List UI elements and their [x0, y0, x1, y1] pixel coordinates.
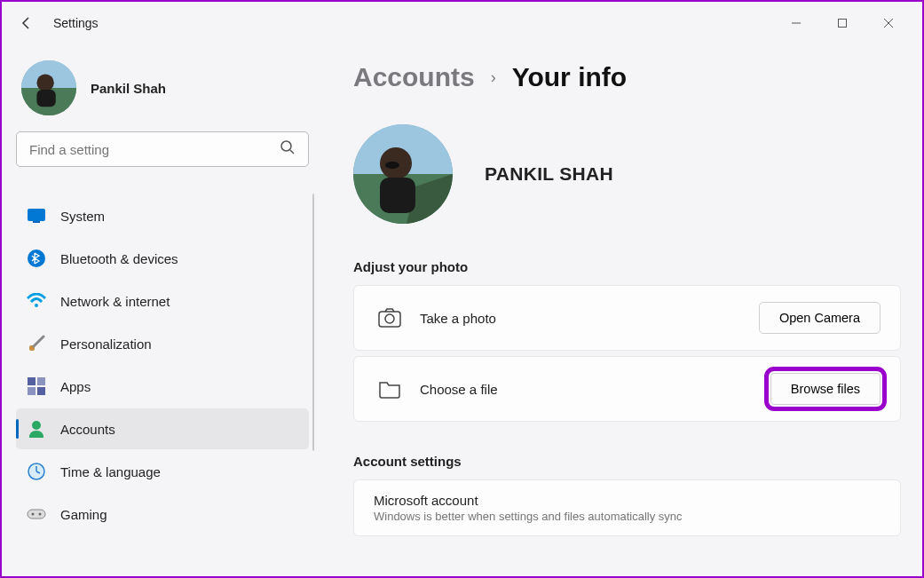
svg-rect-18	[37, 377, 45, 385]
arrow-left-icon	[20, 16, 34, 30]
close-button[interactable]	[874, 9, 903, 37]
take-photo-label: Take a photo	[420, 311, 759, 326]
clock-icon	[27, 462, 46, 481]
svg-point-13	[28, 249, 45, 267]
chevron-right-icon: ›	[491, 68, 496, 87]
svg-rect-12	[33, 221, 40, 223]
gamepad-icon	[27, 504, 46, 524]
person-icon	[27, 419, 46, 439]
back-button[interactable]	[11, 7, 43, 39]
sidebar-item-label: Time & language	[60, 464, 161, 479]
sidebar-item-gaming[interactable]: Gaming	[16, 494, 309, 534]
sidebar-item-time-language[interactable]: Time & language	[16, 451, 309, 492]
svg-line-10	[290, 150, 294, 154]
svg-rect-17	[28, 377, 36, 385]
sidebar-item-bluetooth[interactable]: Bluetooth & devices	[16, 238, 309, 279]
svg-rect-25	[28, 510, 45, 519]
choose-file-card: Choose a file Browse files	[353, 356, 901, 422]
system-icon	[27, 206, 46, 226]
sidebar-item-accounts[interactable]: Accounts	[16, 408, 309, 449]
scrollbar[interactable]	[312, 194, 314, 451]
breadcrumb-parent[interactable]: Accounts	[353, 62, 475, 92]
svg-point-9	[281, 141, 291, 151]
window-title: Settings	[53, 16, 99, 30]
brush-icon	[27, 334, 46, 353]
svg-rect-1	[839, 20, 847, 28]
choose-file-label: Choose a file	[420, 382, 770, 397]
search-input-container[interactable]	[16, 131, 309, 167]
camera-icon	[374, 308, 406, 328]
sidebar-item-label: Gaming	[60, 507, 107, 522]
svg-point-14	[35, 304, 38, 307]
maximize-button[interactable]	[828, 9, 857, 37]
bluetooth-icon	[27, 249, 46, 268]
sidebar-item-personalization[interactable]: Personalization	[16, 323, 309, 364]
microsoft-account-card[interactable]: Microsoft account Windows is better when…	[353, 479, 901, 536]
svg-rect-20	[37, 387, 45, 395]
svg-point-7	[36, 75, 53, 91]
wifi-icon	[27, 291, 46, 311]
search-icon	[280, 139, 296, 159]
sidebar-item-label: System	[60, 209, 105, 224]
svg-rect-34	[380, 178, 415, 213]
user-profile-block[interactable]: Pankil Shah	[16, 53, 314, 131]
sidebar-item-apps[interactable]: Apps	[16, 366, 309, 407]
user-display-name: Pankil Shah	[91, 81, 166, 96]
folder-icon	[374, 379, 406, 399]
svg-line-16	[34, 337, 43, 346]
sidebar-item-label: Personalization	[60, 337, 152, 352]
breadcrumb: Accounts › Your info	[353, 62, 901, 92]
take-photo-card: Take a photo Open Camera	[353, 285, 901, 351]
browse-files-button[interactable]: Browse files	[770, 373, 881, 405]
sidebar-item-label: Apps	[60, 379, 91, 394]
section-heading-adjust-photo: Adjust your photo	[353, 259, 901, 274]
minimize-icon	[791, 18, 802, 28]
svg-rect-11	[28, 209, 45, 221]
section-heading-account-settings: Account settings	[353, 454, 901, 469]
microsoft-account-subtitle: Windows is better when settings and file…	[374, 510, 683, 523]
profile-avatar	[353, 124, 453, 224]
apps-icon	[27, 376, 46, 396]
profile-display-name: PANKIL SHAH	[485, 163, 613, 185]
svg-point-36	[385, 314, 394, 323]
open-camera-button[interactable]: Open Camera	[759, 302, 881, 334]
svg-rect-19	[28, 387, 36, 395]
page-title: Your info	[512, 62, 627, 92]
close-icon	[883, 18, 894, 28]
avatar	[21, 60, 76, 115]
maximize-icon	[837, 18, 848, 28]
sidebar-item-label: Network & internet	[60, 294, 170, 309]
sidebar-item-network[interactable]: Network & internet	[16, 281, 309, 321]
sidebar-item-label: Accounts	[60, 422, 115, 437]
svg-point-26	[32, 513, 35, 516]
svg-rect-8	[36, 90, 55, 107]
sidebar-item-system[interactable]: System	[16, 195, 309, 236]
microsoft-account-title: Microsoft account	[374, 493, 478, 508]
minimize-button[interactable]	[782, 9, 810, 37]
svg-point-21	[32, 421, 41, 430]
svg-point-33	[385, 162, 399, 169]
sidebar-item-label: Bluetooth & devices	[60, 251, 178, 266]
svg-point-27	[39, 513, 42, 516]
search-input[interactable]	[29, 142, 280, 157]
